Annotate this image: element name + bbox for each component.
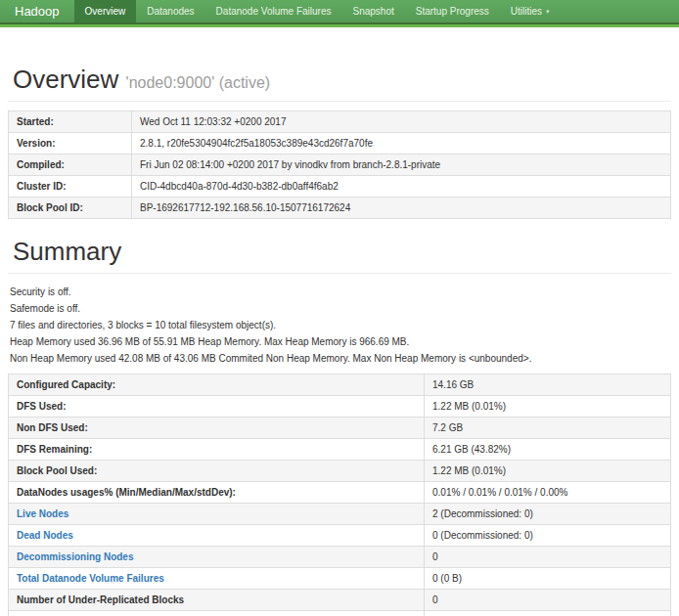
table-row: Started:Wed Oct 11 12:03:32 +0200 2017 xyxy=(9,111,671,133)
row-value: 0 xyxy=(425,547,671,568)
table-row: Compiled:Fri Jun 02 08:14:00 +0200 2017 … xyxy=(9,154,671,176)
table-row: Version:2.8.1, r20fe5304904fc2f5a18053c3… xyxy=(9,133,671,154)
row-value: 2 (Decommissioned: 0) xyxy=(425,504,671,525)
row-value: CID-4dbcd40a-870d-4d30-b382-db0aff4f6ab2 xyxy=(132,176,671,198)
row-label: Version: xyxy=(9,133,132,154)
table-row: Configured Capacity:14.16 GB xyxy=(9,374,671,396)
row-value: Fri Jun 02 08:14:00 +0200 2017 by vinodk… xyxy=(132,154,671,176)
navbar-accent-bar xyxy=(0,24,679,27)
tab-datanode-volume-failures[interactable]: Datanode Volume Failures xyxy=(205,0,342,22)
link-live-nodes[interactable]: Live Nodes xyxy=(17,508,68,519)
security-status: Security is off. xyxy=(10,287,671,297)
row-label: Live Nodes xyxy=(9,504,425,525)
row-label: DFS Used: xyxy=(9,396,425,418)
table-row: Cluster ID:CID-4dbcd40a-870d-4d30-b382-d… xyxy=(9,176,671,198)
row-value: 1.22 MB (0.01%) xyxy=(425,396,671,418)
table-row: Block Pool ID:BP-1692617712-192.168.56.1… xyxy=(9,198,671,219)
table-row: Decommissioning Nodes0 xyxy=(9,547,671,568)
divider xyxy=(8,273,671,274)
row-value: 0 xyxy=(425,590,671,611)
row-label: Configured Capacity: xyxy=(9,374,425,396)
row-label: Started: xyxy=(9,111,132,133)
row-value: BP-1692617712-192.168.56.10-150771617262… xyxy=(132,198,671,219)
table-row: Number of Under-Replicated Blocks0 xyxy=(9,590,671,611)
page-content: Overview 'node0:9000' (active) Started:W… xyxy=(0,65,679,616)
tab-datanodes[interactable]: Datanodes xyxy=(136,0,204,22)
tab-utilities[interactable]: Utilities ▾ xyxy=(500,0,561,22)
row-value: 1.22 MB (0.01%) xyxy=(425,461,671,482)
row-value: 2.8.1, r20fe5304904fc2f5a18053c389e43cd2… xyxy=(132,133,671,154)
navbar: Hadoop Overview Datanodes Datanode Volum… xyxy=(0,0,679,24)
summary-heading: Summary xyxy=(8,237,671,273)
row-value: 0.01% / 0.01% / 0.01% / 0.00% xyxy=(425,482,671,504)
row-value: Wed Oct 11 12:03:32 +0200 2017 xyxy=(132,111,671,133)
filesystem-objects: 7 files and directories, 3 blocks = 10 t… xyxy=(10,321,671,330)
row-label: Total Datanode Volume Failures xyxy=(9,568,425,590)
tab-snapshot[interactable]: Snapshot xyxy=(341,0,404,22)
tab-startup-progress[interactable]: Startup Progress xyxy=(405,0,500,22)
row-label: Compiled: xyxy=(9,154,132,176)
chevron-down-icon: ▾ xyxy=(546,8,550,16)
heap-memory: Heap Memory used 36.96 MB of 55.91 MB He… xyxy=(10,337,671,347)
row-value: 14.16 GB xyxy=(425,374,671,396)
table-row: Number of Blocks Pending Deletion0 xyxy=(9,611,671,616)
page-title: Overview xyxy=(13,65,118,94)
non-heap-memory: Non Heap Memory used 42.08 MB of 43.06 M… xyxy=(10,354,671,364)
row-value: 0 (0 B) xyxy=(425,568,671,590)
row-label: Cluster ID: xyxy=(9,176,132,198)
link-total-datanode-volume-failures[interactable]: Total Datanode Volume Failures xyxy=(17,573,164,584)
row-label: Block Pool ID: xyxy=(9,198,132,219)
table-row: DFS Used:1.22 MB (0.01%) xyxy=(9,396,671,418)
tab-utilities-label: Utilities xyxy=(511,6,542,17)
divider xyxy=(8,101,671,102)
row-label: Decommissioning Nodes xyxy=(9,547,425,568)
table-row: Total Datanode Volume Failures0 (0 B) xyxy=(9,568,671,590)
tab-overview[interactable]: Overview xyxy=(74,0,137,22)
table-row: DFS Remaining:6.21 GB (43.82%) xyxy=(9,439,671,461)
table-row: DataNodes usages% (Min/Median/Max/stdDev… xyxy=(9,482,671,504)
row-label: Dead Nodes xyxy=(9,525,425,547)
safemode-status: Safemode is off. xyxy=(10,304,671,314)
summary-text: Security is off. Safemode is off. 7 file… xyxy=(8,283,671,374)
table-row: Dead Nodes0 (Decommissioned: 0) xyxy=(9,525,671,547)
summary-table: Configured Capacity:14.16 GBDFS Used:1.2… xyxy=(8,374,671,616)
row-label: Number of Under-Replicated Blocks xyxy=(9,590,425,611)
row-value: 0 (Decommissioned: 0) xyxy=(425,525,671,547)
row-value: 7.2 GB xyxy=(425,418,671,439)
table-row: Block Pool Used:1.22 MB (0.01%) xyxy=(9,461,671,482)
namenode-address: 'node0:9000' (active) xyxy=(126,74,271,91)
table-row: Non DFS Used:7.2 GB xyxy=(9,418,671,439)
row-label: DataNodes usages% (Min/Median/Max/stdDev… xyxy=(9,482,425,504)
link-dead-nodes[interactable]: Dead Nodes xyxy=(17,530,73,541)
row-value: 6.21 GB (43.82%) xyxy=(425,439,671,461)
link-decommissioning-nodes[interactable]: Decommissioning Nodes xyxy=(17,551,133,562)
overview-heading: Overview 'node0:9000' (active) xyxy=(8,65,671,101)
table-row: Live Nodes2 (Decommissioned: 0) xyxy=(9,504,671,525)
row-label: Non DFS Used: xyxy=(9,418,425,439)
row-value: 0 xyxy=(425,611,671,616)
row-label: DFS Remaining: xyxy=(9,439,425,461)
brand-hadoop[interactable]: Hadoop xyxy=(0,0,74,22)
overview-table: Started:Wed Oct 11 12:03:32 +0200 2017Ve… xyxy=(8,110,671,219)
row-label: Block Pool Used: xyxy=(9,461,425,482)
row-label: Number of Blocks Pending Deletion xyxy=(9,611,425,616)
